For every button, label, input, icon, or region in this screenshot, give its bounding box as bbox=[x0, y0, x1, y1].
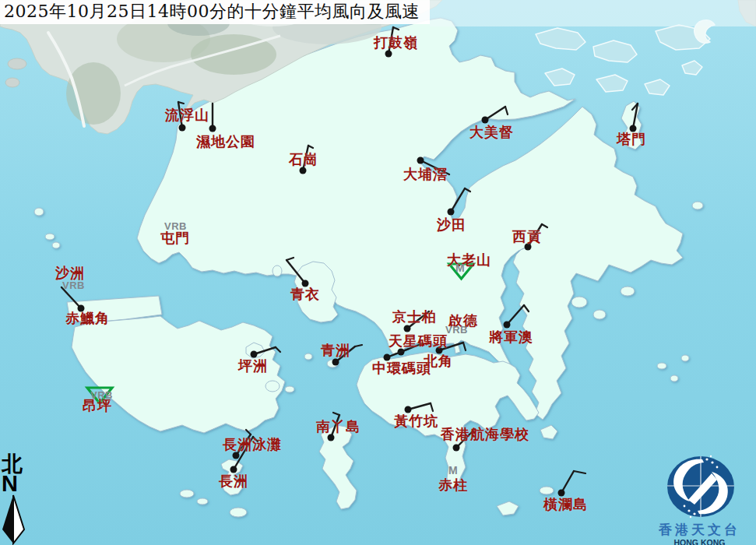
station-label-wetland-park: 濕地公園 bbox=[196, 135, 255, 149]
station-label-wong-chuk-hang: 黃竹坑 bbox=[394, 414, 438, 428]
station-label-green-island: 青洲 bbox=[321, 343, 350, 357]
station-dot-ta-kwu-ling bbox=[385, 51, 392, 58]
station-label-tates-cairn: 大老山 bbox=[447, 253, 491, 267]
station-aux-kai-tak: VRB bbox=[445, 325, 468, 335]
station-label-north-point: 北角 bbox=[424, 354, 453, 368]
station-label-cheung-chau-beach: 長洲泳灘 bbox=[223, 438, 282, 452]
map-title: 2025年10月25日14時00分的十分鐘平均風向及風速 bbox=[0, 0, 430, 24]
station-label-kings-park: 京士柏 bbox=[392, 310, 437, 324]
station-label-tai-po-kau: 大埔滘 bbox=[403, 167, 448, 181]
station-dot-wetland-park bbox=[209, 125, 216, 132]
hko-logo: 香港天文台 HONG KONG OBSERVATORY bbox=[643, 450, 756, 545]
station-label-peng-chau: 坪洲 bbox=[238, 359, 268, 373]
station-label-cheung-chau: 長洲 bbox=[219, 474, 248, 488]
station-label-star-ferry: 天星碼頭 bbox=[389, 334, 448, 348]
station-dot-tseung-kwan-o bbox=[504, 322, 511, 329]
station-dot-tai-po-kau bbox=[417, 157, 424, 164]
island-waglan bbox=[540, 487, 554, 494]
station-label-shek-kong: 石崗 bbox=[289, 153, 318, 167]
station-label-chek-lap-kok: 赤鱲角 bbox=[65, 311, 110, 325]
station-label-hk-sea-school: 香港航海學校 bbox=[441, 427, 529, 441]
station-label-central-pier: 中環碼頭 bbox=[372, 361, 431, 375]
station-label-sha-tin: 沙田 bbox=[437, 218, 466, 232]
station-dot-lamma-island bbox=[328, 434, 335, 441]
station-dot-shek-kong bbox=[300, 167, 307, 174]
station-label-tap-mun: 塔門 bbox=[617, 132, 646, 146]
station-label-sai-kung: 西貢 bbox=[512, 230, 542, 244]
station-dot-green-island bbox=[332, 359, 339, 366]
station-label-tai-mei-tuk: 大美督 bbox=[469, 125, 514, 139]
station-aux-sha-chau: VRB bbox=[62, 280, 85, 290]
station-dot-cheung-chau-beach bbox=[233, 452, 240, 459]
island-hei-ling-chau bbox=[265, 381, 280, 392]
station-label-sha-chau: 沙洲 bbox=[55, 266, 85, 280]
station-label-lamma-island: 南丫島 bbox=[316, 420, 360, 434]
station-dot-sha-tin bbox=[448, 209, 455, 216]
station-aux-ngong-ping: VRB bbox=[90, 390, 113, 400]
station-dot-hk-sea-school bbox=[453, 445, 460, 452]
station-aux-tates-cairn: M bbox=[455, 262, 465, 273]
wind-map-screen: 2025年10月25日14時00分的十分鐘平均風向及風速 打鼓嶺流浮山濕地公園石… bbox=[0, 0, 756, 545]
island-ma-wan bbox=[273, 265, 282, 276]
compass: 北 N bbox=[2, 453, 30, 494]
station-label-tseung-kwan-o: 將軍澳 bbox=[489, 330, 533, 344]
station-label-tsing-yi: 青衣 bbox=[290, 287, 320, 301]
station-dot-tai-mei-tuk bbox=[482, 117, 489, 124]
north-letter-label: N bbox=[2, 474, 30, 494]
station-dot-kings-park bbox=[404, 325, 411, 332]
logo-chinese-text: 香港天文台 bbox=[643, 523, 756, 536]
top-haze-band bbox=[430, 0, 756, 26]
station-label-stanley: 赤柱 bbox=[438, 478, 468, 492]
station-aux-tuen-mun: VRB bbox=[164, 221, 187, 231]
station-dot-lau-fau-shan bbox=[179, 125, 186, 132]
station-label-ta-kwu-ling: 打鼓嶺 bbox=[374, 36, 418, 50]
station-aux-stanley: M bbox=[448, 465, 458, 476]
station-label-tuen-mun: 屯門 bbox=[160, 231, 190, 245]
station-label-waglan-island: 橫瀾島 bbox=[543, 498, 588, 512]
station-label-lau-fau-shan: 流浮山 bbox=[165, 108, 209, 122]
logo-english-text: HONG KONG OBSERVATORY bbox=[643, 539, 756, 545]
